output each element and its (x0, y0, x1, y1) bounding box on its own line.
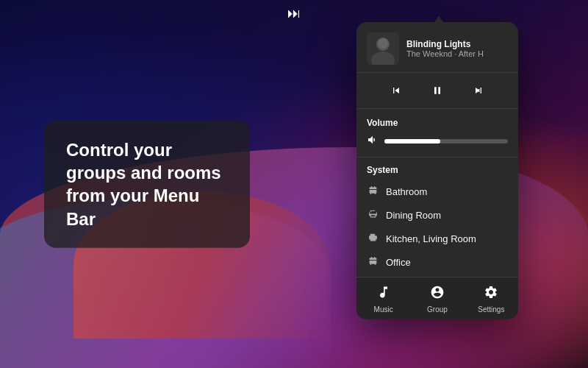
settings-tab-label: Settings (478, 305, 504, 314)
bathroom-name: Bathroom (386, 186, 427, 197)
group-tab-label: Group (427, 305, 448, 314)
volume-label: Volume (367, 118, 508, 128)
music-tab-label: Music (374, 305, 393, 314)
settings-tab-icon (484, 285, 498, 303)
tab-group[interactable]: Group (410, 277, 464, 319)
play-pause-button[interactable] (427, 80, 448, 101)
volume-slider[interactable] (384, 139, 508, 144)
room-item-bathroom[interactable]: Bathroom (356, 180, 518, 203)
volume-section: Volume (356, 109, 518, 158)
volume-fill (384, 139, 440, 144)
office-icon (367, 256, 379, 268)
next-button[interactable] (468, 80, 489, 101)
playback-controls (356, 73, 518, 109)
kitchen-icon (367, 233, 379, 244)
menubar-icon[interactable]: ⏭ (287, 6, 301, 21)
dropdown-panel: Blinding Lights The Weeknd · After H Vol… (356, 22, 518, 319)
volume-row (367, 134, 508, 148)
tab-music[interactable]: Music (356, 277, 410, 319)
tab-settings[interactable]: Settings (465, 277, 518, 319)
bathroom-icon (367, 185, 379, 197)
dropdown-arrow (433, 16, 445, 24)
song-artist: The Weeknd · After H (406, 49, 508, 58)
song-info: Blinding Lights The Weeknd · After H (406, 39, 508, 58)
dining-icon (367, 209, 379, 221)
room-item-office[interactable]: Office (356, 250, 518, 274)
system-section: System Bathroom Dining Room (356, 158, 518, 277)
svg-point-3 (378, 38, 388, 49)
office-name: Office (386, 257, 411, 268)
group-tab-icon (430, 285, 445, 303)
promo-headline: Control your groups and rooms from your … (66, 138, 228, 230)
bottom-tabs: Music Group Settings (356, 277, 518, 319)
promo-text-box: Control your groups and rooms from your … (44, 121, 250, 248)
music-tab-icon (376, 285, 391, 303)
room-item-kitchen[interactable]: Kitchen, Living Room (356, 227, 518, 250)
album-art (367, 32, 399, 65)
song-title: Blinding Lights (406, 39, 508, 49)
room-item-dining[interactable]: Dining Room (356, 203, 518, 227)
system-label: System (356, 165, 518, 180)
now-playing-section: Blinding Lights The Weeknd · After H (356, 22, 518, 73)
volume-icon (367, 134, 379, 148)
dining-name: Dining Room (386, 210, 441, 221)
kitchen-name: Kitchen, Living Room (386, 233, 476, 244)
prev-button[interactable] (386, 80, 406, 101)
